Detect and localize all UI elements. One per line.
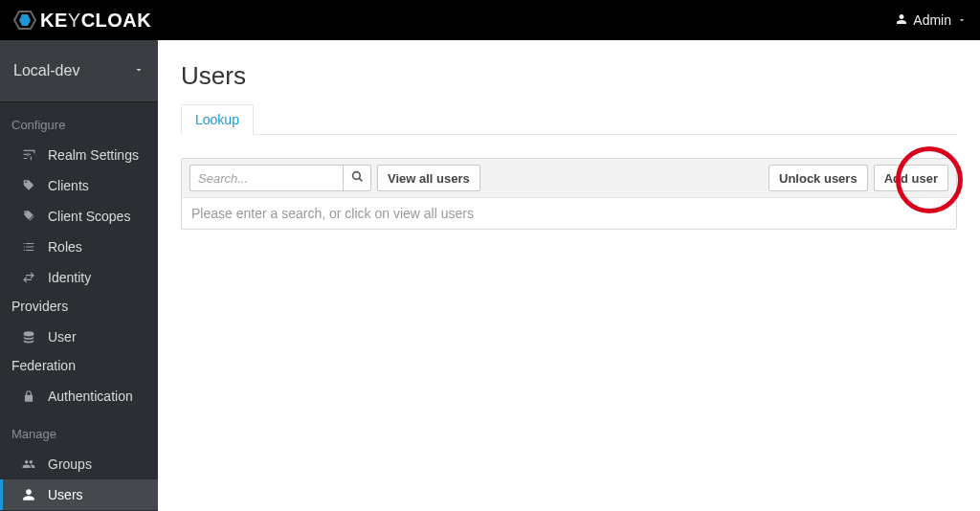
search-input[interactable] [189, 165, 343, 191]
main-content: Users Lookup View all users Unlock users… [158, 40, 980, 511]
user-menu[interactable]: Admin [896, 12, 967, 28]
chevron-down-icon [957, 12, 967, 28]
sidebar-item-user-federation[interactable]: User Federation [0, 322, 158, 381]
search-button[interactable] [343, 165, 371, 191]
sidebar-item-label-2: Providers [11, 299, 137, 314]
lock-icon [21, 389, 36, 404]
sidebar-item-realm-settings[interactable]: Realm Settings [0, 140, 158, 170]
sidebar-item-roles[interactable]: Roles [0, 232, 158, 262]
sidebar-item-label: Realm Settings [48, 147, 146, 163]
hexagon-icon [13, 9, 36, 32]
swap-icon [21, 270, 36, 285]
unlock-users-button[interactable]: Unlock users [768, 165, 868, 191]
tag-icon [21, 178, 36, 193]
sidebar-item-label: Groups [48, 456, 146, 472]
sidebar-item-authentication[interactable]: Authentication [0, 381, 158, 411]
tags-icon [21, 209, 36, 224]
sidebar-item-label: Clients [48, 178, 146, 193]
page-title: Users [181, 61, 957, 91]
add-user-button[interactable]: Add user [874, 165, 948, 191]
table-toolbar: View all users Unlock users Add user [182, 159, 956, 198]
sidebar-item-client-scopes[interactable]: Client Scopes [0, 201, 158, 232]
section-configure: Configure [0, 102, 158, 140]
database-icon [21, 329, 36, 344]
sidebar-item-clients[interactable]: Clients [0, 170, 158, 201]
logo-text: KEYCLOAK [40, 10, 151, 32]
user-icon [896, 12, 907, 28]
sidebar-item-users[interactable]: Users [0, 479, 158, 510]
sidebar-item-identity-providers[interactable]: Identity Providers [0, 262, 158, 322]
sidebar-item-label: Authentication [48, 389, 146, 404]
svg-line-3 [359, 178, 362, 181]
sidebar: Local-dev Configure Realm Settings Clien… [0, 40, 158, 511]
user-icon [21, 487, 36, 502]
sidebar-item-label: Client Scopes [48, 209, 146, 224]
section-manage: Manage [0, 411, 158, 449]
topbar: KEYCLOAK Admin [0, 0, 980, 40]
svg-point-2 [352, 172, 360, 180]
chevron-down-icon [133, 62, 145, 79]
user-table: View all users Unlock users Add user Ple… [181, 158, 957, 230]
tabs: Lookup [181, 104, 957, 135]
sliders-icon [21, 147, 36, 163]
search-group [189, 165, 371, 191]
realm-name: Local-dev [13, 62, 79, 79]
user-menu-label: Admin [913, 12, 951, 28]
users-icon [21, 456, 36, 472]
sidebar-item-groups[interactable]: Groups [0, 449, 158, 479]
sidebar-item-label: Users [48, 487, 146, 502]
realm-selector[interactable]: Local-dev [0, 40, 158, 102]
tab-lookup[interactable]: Lookup [181, 104, 254, 135]
svg-marker-1 [19, 14, 31, 26]
table-empty-hint: Please enter a search, or click on view … [182, 198, 956, 229]
sidebar-item-label: Roles [48, 239, 146, 255]
keycloak-logo[interactable]: KEYCLOAK [13, 9, 151, 32]
sidebar-item-label: User [48, 329, 146, 344]
search-icon [351, 170, 364, 186]
sidebar-item-label: Identity [48, 270, 146, 285]
view-all-users-button[interactable]: View all users [377, 165, 480, 191]
list-icon [21, 239, 36, 255]
sidebar-item-label-2: Federation [11, 358, 137, 373]
